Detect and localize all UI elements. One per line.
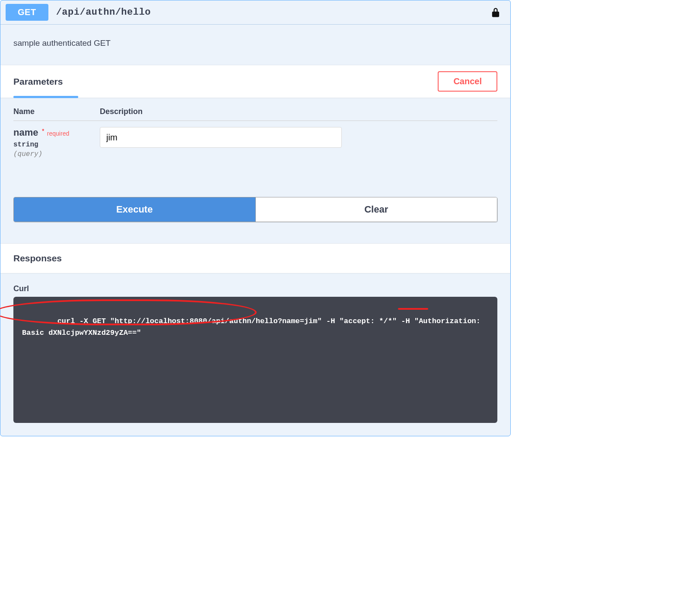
operation-header[interactable]: GET /api/authn/hello xyxy=(0,0,510,24)
annotation-underline xyxy=(398,308,428,310)
operation-panel: GET /api/authn/hello sample authenticate… xyxy=(0,0,511,436)
col-name: Name xyxy=(13,107,100,116)
parameter-name-cell: name * required string (query) xyxy=(13,127,100,158)
action-row: Execute Clear xyxy=(13,197,497,222)
parameters-title: Parameters xyxy=(13,76,63,87)
parameter-desc-cell xyxy=(100,127,497,158)
parameters-columns: Name Description xyxy=(13,107,497,121)
clear-button[interactable]: Clear xyxy=(255,197,497,222)
parameters-bar: Parameters Cancel xyxy=(0,65,510,98)
parameter-in: (query) xyxy=(13,150,100,158)
responses-title: Responses xyxy=(0,244,510,273)
cancel-button[interactable]: Cancel xyxy=(438,71,497,92)
required-star: * xyxy=(42,127,44,134)
parameters-area: Name Description name * required string … xyxy=(0,98,510,244)
curl-area: Curl curl -X GET "http://localhost:8080/… xyxy=(0,273,510,436)
operation-body: sample authenticated GET Parameters Canc… xyxy=(0,24,510,436)
parameters-tab-underline xyxy=(13,96,78,98)
operation-summary: sample authenticated GET xyxy=(0,25,510,65)
parameter-type: string xyxy=(13,141,100,149)
execute-button[interactable]: Execute xyxy=(14,197,255,222)
lock-icon[interactable] xyxy=(490,6,502,19)
curl-command: curl -X GET "http://localhost:8080/api/a… xyxy=(13,297,497,423)
method-badge: GET xyxy=(6,4,48,21)
col-description: Description xyxy=(100,107,497,116)
parameter-input[interactable] xyxy=(100,127,342,148)
parameter-row: name * required string (query) xyxy=(13,121,497,158)
curl-command-text: curl -X GET "http://localhost:8080/api/a… xyxy=(22,317,485,337)
endpoint-path: /api/authn/hello xyxy=(56,7,151,18)
required-word: required xyxy=(47,130,69,137)
curl-title: Curl xyxy=(13,284,497,293)
parameter-name: name xyxy=(13,127,38,138)
